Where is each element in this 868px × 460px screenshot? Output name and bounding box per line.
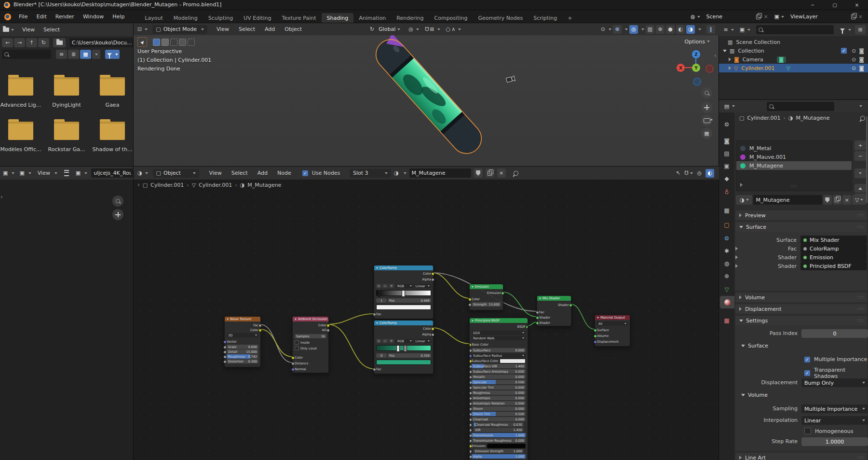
tab-render[interactable]: ◙: [719, 135, 734, 147]
breadcrumb-object[interactable]: Cylinder.001: [150, 182, 184, 188]
image-menu-view[interactable]: View: [33, 170, 54, 176]
gizmo-axis-z-neg[interactable]: [693, 78, 701, 86]
display-vertical-list-button[interactable]: ≡: [56, 50, 67, 59]
socket[interactable]: [223, 350, 227, 354]
pin-icon[interactable]: [859, 114, 866, 121]
socket[interactable]: [501, 292, 504, 295]
breadcrumb-expand-icon[interactable]: ›: [137, 181, 140, 188]
viewlayer-copy-icon[interactable]: [851, 14, 855, 19]
slot-preview-icon[interactable]: ◐: [705, 169, 714, 178]
tab-tool[interactable]: ⚙: [719, 118, 734, 131]
breadcrumb-material[interactable]: M_Mutagene: [247, 182, 281, 188]
select-mode-extend-icon[interactable]: [162, 39, 169, 46]
transform-orientation-dropdown[interactable]: Global: [375, 25, 404, 34]
node-snapping-icon[interactable]: ℧: [684, 170, 688, 176]
main-menu-item[interactable]: Edit: [32, 14, 51, 20]
node-param-row[interactable]: Sheen0.000 Sheen Sheen: [472, 406, 526, 411]
render-visibility-icon[interactable]: ◙: [859, 56, 864, 63]
list-resize-grip[interactable]: ∷∷: [791, 184, 797, 189]
ramp-gradient[interactable]: [376, 290, 431, 296]
breadcrumb-material[interactable]: M_Mutagene: [796, 115, 829, 121]
color-swatch[interactable]: [500, 359, 526, 363]
image-editor-menu-icon[interactable]: [64, 170, 69, 176]
tab-constraints[interactable]: ⊗: [719, 270, 734, 282]
new-folder-button[interactable]: [53, 38, 66, 47]
properties-options-dropdown[interactable]: [856, 102, 866, 111]
ramp-gradient[interactable]: [376, 345, 431, 351]
outliner-filter-type-dropdown[interactable]: ▣: [738, 25, 752, 34]
ramp-specials-dropdown[interactable]: [389, 284, 394, 288]
gizmo-axis-y[interactable]: Y: [692, 64, 700, 72]
ramp-stop[interactable]: [404, 345, 407, 352]
mode-dropdown[interactable]: ▢ Object Mode: [152, 25, 207, 34]
viewport-ortho-toggle-icon[interactable]: ▦: [701, 128, 712, 139]
material-unlink-icon[interactable]: ×: [842, 195, 851, 205]
viewport-3d[interactable]: ⊡ ▢ Object Mode View Select Add Object ↻…: [134, 23, 719, 167]
socket[interactable]: [469, 429, 472, 432]
nav-forward-button[interactable]: →: [14, 38, 25, 47]
node-param-row[interactable]: Subsurface Color Subsurface Color Subsur…: [472, 359, 526, 363]
shading-solid-icon[interactable]: ●: [666, 25, 675, 34]
node-param-row[interactable]: Specular0.500 Specular Specular: [472, 380, 526, 384]
node-param-row[interactable]: Specular Tint0.000 Specular Tint Specula…: [472, 385, 526, 390]
socket[interactable]: [223, 346, 227, 349]
ramp-interpolation-dropdown[interactable]: Linear: [414, 284, 432, 288]
gizmo-axis-z[interactable]: Z: [692, 50, 700, 58]
node-overlays-icon[interactable]: ◎: [697, 170, 702, 176]
show-visibility-icon[interactable]: ⊙: [601, 26, 605, 32]
node-param-row[interactable]: IOR1.450 IOR IOR: [472, 428, 526, 432]
panel-settings[interactable]: Settings∷∷: [735, 316, 867, 325]
tab-modifiers[interactable]: ⚙: [719, 232, 734, 245]
app-menu-icon[interactable]: [4, 14, 11, 20]
pause-render-button[interactable]: ‖: [706, 25, 715, 34]
ramp-color-swatch[interactable]: [376, 305, 431, 310]
workspace-tab[interactable]: Scripting: [528, 13, 562, 23]
display-horizontal-list-button[interactable]: ≣: [68, 50, 79, 59]
node-param-row[interactable]: Roughness0.000 Roughness Roughness: [472, 390, 526, 395]
auto-offset-icon[interactable]: ↖: [676, 170, 680, 176]
shader-socket-row[interactable]: Shader Emission: [735, 253, 867, 262]
tab-object[interactable]: ▢: [719, 219, 734, 231]
snap-target-icon[interactable]: ⊞: [430, 26, 434, 32]
collection-checkbox[interactable]: ✓: [841, 48, 847, 54]
proportional-falloff-icon[interactable]: ∧: [451, 26, 455, 32]
socket[interactable]: [536, 316, 539, 320]
socket[interactable]: [536, 311, 539, 314]
workspace-tab[interactable]: Modeling: [168, 13, 203, 23]
node-param-row[interactable]: Anisotropic Rotation0.000 Anisotropic Ro…: [472, 401, 526, 405]
navigation-gizmo[interactable]: Z X Y: [674, 42, 719, 96]
scrollbar[interactable]: [866, 116, 868, 203]
hide-eye-icon[interactable]: ⊙: [852, 48, 856, 54]
viewport-menu-add[interactable]: Add: [260, 26, 279, 32]
material-copy-icon[interactable]: [833, 195, 841, 205]
main-menu-item[interactable]: File: [14, 14, 32, 20]
viewport-menu-view[interactable]: View: [212, 26, 233, 32]
tab-physics[interactable]: ◍: [719, 257, 734, 270]
render-visibility-icon[interactable]: ◙: [859, 48, 864, 54]
shading-material-icon[interactable]: ◐: [676, 25, 685, 34]
ramp-color-mode-dropdown[interactable]: RGB: [396, 284, 413, 288]
material-slot[interactable]: M_Mauve.001: [736, 153, 852, 161]
step-rate-field[interactable]: 1.0000: [801, 437, 868, 446]
node-ambient-occlusion[interactable]: Ambient Occlusion Color AO Samples16 Ins…: [292, 316, 329, 373]
folder-item[interactable]: Shadow of th...: [93, 116, 132, 160]
shading-rendered-icon[interactable]: ◑: [686, 25, 695, 34]
socket[interactable]: [594, 335, 597, 338]
slot-move-up-button[interactable]: [854, 184, 866, 193]
tab-collection[interactable]: ▦: [719, 204, 734, 217]
nav-up-button[interactable]: ↑: [26, 38, 37, 47]
folder-item[interactable]: Advanced Lig...: [1, 71, 41, 116]
slot-dropdown[interactable]: Slot 3: [350, 169, 391, 178]
material-copy-icon[interactable]: [486, 168, 494, 178]
node-param-row[interactable]: Alpha1.000 Alpha Alpha: [472, 454, 526, 459]
scene-unlink-icon[interactable]: ×: [763, 14, 768, 20]
outliner-row-scene-collection[interactable]: ▥ Scene Collection: [719, 38, 868, 46]
node-param-row[interactable]: Subsurface Anisotropy0.000 Subsurface An…: [472, 369, 526, 374]
gizmo-axis-x[interactable]: X: [677, 64, 685, 72]
node-material-output[interactable]: Material Output All Surface Volume Displ…: [595, 315, 630, 347]
node-param-row[interactable]: Sheen Tint0.500 Sheen Tint Sheen Tint: [472, 412, 526, 416]
socket[interactable]: [291, 368, 295, 371]
main-menu-item[interactable]: Render: [51, 14, 79, 20]
tab-output[interactable]: ▤: [719, 147, 734, 160]
fake-user-shield-icon[interactable]: [474, 168, 483, 178]
